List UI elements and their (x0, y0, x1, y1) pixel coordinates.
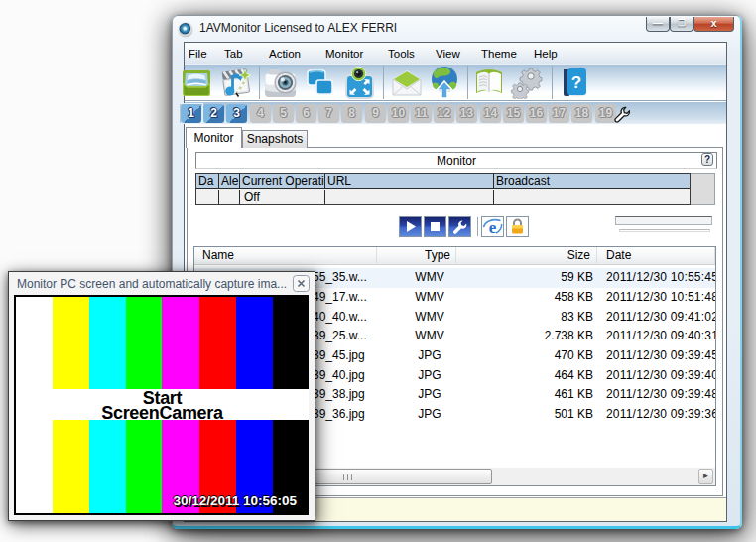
svg-text:?: ? (571, 73, 581, 92)
